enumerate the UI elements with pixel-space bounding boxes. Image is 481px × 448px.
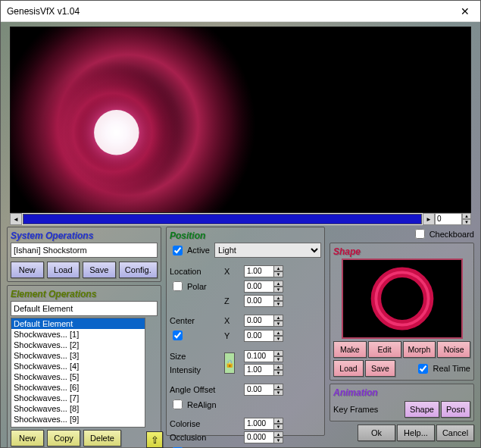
active-checkbox[interactable]: Active xyxy=(170,243,210,258)
center-y-field[interactable]: 0.00▲▼ xyxy=(244,330,321,342)
checkboard-label: Checkboard xyxy=(429,230,474,239)
current-element-input[interactable] xyxy=(11,301,158,316)
center-x-field[interactable]: 0.00▲▼ xyxy=(244,315,321,327)
shape-edit-button[interactable]: Edit xyxy=(368,341,401,358)
real-time-cb[interactable] xyxy=(418,364,428,374)
ok-button[interactable]: Ok xyxy=(358,425,395,441)
occlusion-field[interactable]: 0.000▲▼ xyxy=(244,431,321,443)
element-operations-title: Element Operations xyxy=(11,287,158,301)
scroll-left-button[interactable]: ◄ xyxy=(10,213,22,225)
checkboard-checkbox[interactable]: Checkboard xyxy=(412,227,474,241)
center-label: Center xyxy=(170,316,221,325)
intensity-label: Intensity xyxy=(170,365,221,374)
element-move-up-button[interactable]: ⇧ xyxy=(146,431,163,448)
shape-make-button[interactable]: Make xyxy=(333,341,367,358)
client-area: ◄ ► 0 ▲▼ System Operations New Load Save… xyxy=(1,22,480,447)
animation-group: Animation Key Frames Shape Posn xyxy=(330,384,474,421)
shape-title: Shape xyxy=(333,245,470,258)
shape-load-button[interactable]: Load xyxy=(333,360,364,377)
system-load-button[interactable]: Load xyxy=(47,262,80,278)
animation-posn-button[interactable]: Posn xyxy=(441,401,470,418)
location-z2-field[interactable]: 0.00▲▼ xyxy=(244,295,321,307)
genesis-vfx-window: GenesisVfX v1.04 ✕ xyxy=(0,0,481,448)
shape-save-button[interactable]: Save xyxy=(365,360,395,377)
animation-shape-button[interactable]: Shape xyxy=(404,401,439,418)
size-label: Size xyxy=(170,352,221,361)
colorise-field[interactable]: 1.000▲▼ xyxy=(244,418,321,430)
element-list-item[interactable]: Shockwaves... [6] xyxy=(11,382,145,393)
axis-z-label: Z xyxy=(224,296,241,305)
preview-area: ◄ ► 0 ▲▼ xyxy=(10,27,471,225)
help-button[interactable]: Help... xyxy=(397,425,435,441)
angle-field[interactable]: 0.00▲▼ xyxy=(244,384,321,396)
element-list-item[interactable]: Shockwaves... [5] xyxy=(11,371,145,382)
element-list-item[interactable]: Shockwaves... [8] xyxy=(11,403,145,414)
element-list-item[interactable]: Default Element xyxy=(11,318,145,329)
system-new-button[interactable]: New xyxy=(11,262,44,278)
colorise-label: Colorise xyxy=(170,419,221,428)
intensity-field[interactable]: 1.00▲▼ xyxy=(244,364,321,376)
cancel-button[interactable]: Cancel xyxy=(436,425,474,441)
svg-point-4 xyxy=(94,110,139,155)
off-screen-checkbox[interactable]: Off Screen xyxy=(170,445,241,448)
center-checkbox[interactable] xyxy=(170,328,221,343)
system-operations-title: System Operations xyxy=(11,229,158,243)
size-lock-icon[interactable]: 🔒 xyxy=(224,352,235,374)
axis-x2-label: X xyxy=(224,316,241,325)
position-group: Position Active Light Locat xyxy=(166,227,325,436)
realign-checkbox[interactable]: ReAlign xyxy=(170,397,241,412)
element-delete-button[interactable]: Delete xyxy=(83,430,121,446)
system-config-button[interactable]: Config. xyxy=(119,262,158,278)
scroll-right-button[interactable]: ► xyxy=(423,213,435,225)
preview-canvas[interactable] xyxy=(10,27,471,213)
preview-coord-field[interactable]: 0 xyxy=(435,213,462,225)
close-icon: ✕ xyxy=(461,5,470,17)
checkboard-cb[interactable] xyxy=(415,229,425,239)
location-label: Location xyxy=(170,267,221,276)
axis-x-label: X xyxy=(224,267,241,276)
element-copy-button[interactable]: Copy xyxy=(47,430,80,446)
element-list-item[interactable]: Shockwaves... [7] xyxy=(11,393,145,403)
real-time-checkbox[interactable]: Real Time xyxy=(415,362,470,376)
position-title: Position xyxy=(170,229,321,243)
close-button[interactable]: ✕ xyxy=(450,1,480,21)
angle-offset-label: Angle Offset xyxy=(170,385,221,394)
key-frames-label: Key Frames xyxy=(333,405,378,414)
polar-checkbox[interactable]: Polar xyxy=(170,279,221,293)
position-mode-dropdown[interactable]: Light xyxy=(214,243,321,258)
element-list-item[interactable]: Shockwaves... [2] xyxy=(11,340,145,350)
element-list-item[interactable]: Shockwaves... [9] xyxy=(11,414,145,425)
arrow-up-icon: ⇧ xyxy=(151,434,159,446)
system-save-button[interactable]: Save xyxy=(83,262,116,278)
animation-title: Animation xyxy=(333,386,470,399)
element-list[interactable]: Default ElementShockwaves... [1]Shockwav… xyxy=(11,318,145,428)
shape-noise-button[interactable]: Noise xyxy=(437,341,470,358)
size-field[interactable]: 0.100▲▼ xyxy=(244,350,321,362)
polar-cb[interactable] xyxy=(173,281,183,291)
element-operations-group: Element Operations Default ElementShockw… xyxy=(7,285,161,448)
location-x-field[interactable]: 1.00▲▼ xyxy=(244,265,321,277)
preview-scrollbar: ◄ ► 0 ▲▼ xyxy=(10,213,471,225)
axis-y-label: Y xyxy=(224,331,241,340)
element-list-item[interactable]: Shockwaves... [3] xyxy=(11,350,145,361)
active-cb[interactable] xyxy=(173,246,183,255)
element-new-button[interactable]: New xyxy=(11,430,44,446)
location-z-field[interactable]: 0.00▲▼ xyxy=(244,280,321,293)
shape-group: Shape Make Edit Morph Noise Load S xyxy=(330,243,474,381)
preset-name-input[interactable] xyxy=(11,243,158,258)
shape-morph-button[interactable]: Morph xyxy=(403,341,436,358)
active-label: Active xyxy=(187,246,210,255)
scroll-track[interactable] xyxy=(23,214,422,224)
titlebar[interactable]: GenesisVfX v1.04 ✕ xyxy=(1,1,480,22)
preview-coord-spinner[interactable]: ▲▼ xyxy=(462,213,471,225)
shape-preview-canvas[interactable] xyxy=(342,258,463,339)
element-list-item[interactable]: Shockwaves... [1] xyxy=(11,329,145,340)
center-cb[interactable] xyxy=(173,331,183,340)
system-operations-group: System Operations New Load Save Config. xyxy=(7,227,161,282)
element-list-item[interactable]: Shockwaves... [4] xyxy=(11,361,145,371)
realign-cb[interactable] xyxy=(173,399,183,409)
occlusion-label: Occlusion xyxy=(170,433,221,442)
window-title: GenesisVfX v1.04 xyxy=(7,6,80,17)
